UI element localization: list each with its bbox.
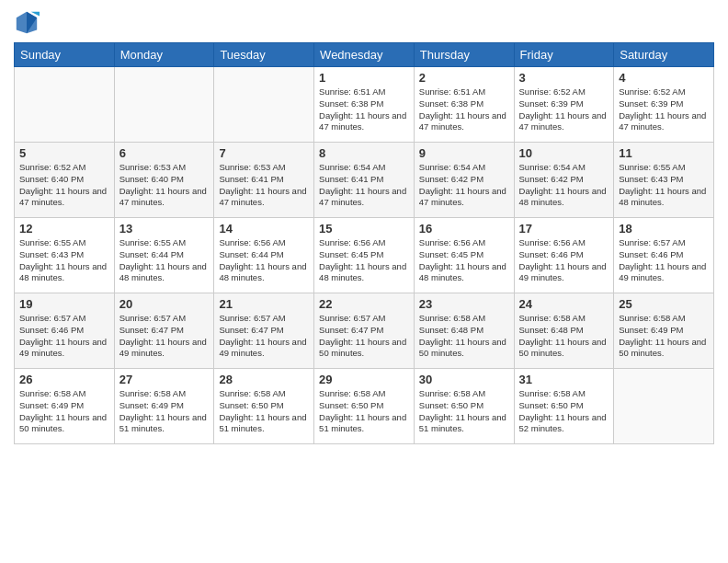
day-number: 15	[319, 222, 409, 236]
calendar-cell: 2Sunrise: 6:51 AM Sunset: 6:38 PM Daylig…	[414, 67, 514, 143]
day-number: 9	[419, 146, 509, 160]
calendar-cell: 29Sunrise: 6:58 AM Sunset: 6:50 PM Dayli…	[314, 369, 415, 444]
day-number: 6	[119, 146, 210, 160]
day-number: 30	[419, 373, 509, 386]
calendar-cell: 27Sunrise: 6:58 AM Sunset: 6:49 PM Dayli…	[114, 369, 214, 444]
calendar-cell	[114, 67, 214, 143]
day-info: Sunrise: 6:56 AM Sunset: 6:44 PM Dayligh…	[219, 237, 309, 284]
day-info: Sunrise: 6:58 AM Sunset: 6:50 PM Dayligh…	[319, 388, 409, 435]
day-info: Sunrise: 6:56 AM Sunset: 6:45 PM Dayligh…	[419, 237, 509, 284]
calendar-cell: 5Sunrise: 6:52 AM Sunset: 6:40 PM Daylig…	[15, 143, 115, 218]
calendar-week-row: 26Sunrise: 6:58 AM Sunset: 6:49 PM Dayli…	[15, 369, 714, 444]
day-info: Sunrise: 6:52 AM Sunset: 6:39 PM Dayligh…	[519, 86, 609, 133]
day-number: 10	[519, 146, 609, 160]
calendar-cell: 4Sunrise: 6:52 AM Sunset: 6:39 PM Daylig…	[614, 67, 714, 143]
day-number: 26	[19, 373, 109, 386]
day-info: Sunrise: 6:54 AM Sunset: 6:42 PM Dayligh…	[519, 162, 609, 209]
day-info: Sunrise: 6:55 AM Sunset: 6:43 PM Dayligh…	[619, 162, 709, 209]
calendar-cell: 8Sunrise: 6:54 AM Sunset: 6:41 PM Daylig…	[314, 143, 415, 218]
calendar-cell	[614, 369, 714, 444]
day-info: Sunrise: 6:58 AM Sunset: 6:49 PM Dayligh…	[19, 388, 109, 435]
day-number: 28	[219, 373, 309, 386]
day-info: Sunrise: 6:56 AM Sunset: 6:45 PM Dayligh…	[319, 237, 409, 284]
day-info: Sunrise: 6:51 AM Sunset: 6:38 PM Dayligh…	[319, 86, 409, 133]
calendar-header-row: SundayMondayTuesdayWednesdayThursdayFrid…	[15, 43, 714, 67]
calendar-cell	[15, 67, 115, 143]
calendar-cell: 23Sunrise: 6:58 AM Sunset: 6:48 PM Dayli…	[414, 293, 514, 369]
calendar-cell: 22Sunrise: 6:57 AM Sunset: 6:47 PM Dayli…	[314, 293, 415, 369]
calendar-cell	[214, 67, 314, 143]
day-number: 5	[19, 146, 109, 160]
calendar-week-row: 5Sunrise: 6:52 AM Sunset: 6:40 PM Daylig…	[15, 143, 714, 218]
calendar-cell: 1Sunrise: 6:51 AM Sunset: 6:38 PM Daylig…	[314, 67, 415, 143]
calendar-cell: 10Sunrise: 6:54 AM Sunset: 6:42 PM Dayli…	[514, 143, 614, 218]
day-number: 16	[419, 222, 509, 236]
day-info: Sunrise: 6:53 AM Sunset: 6:40 PM Dayligh…	[119, 162, 210, 209]
day-info: Sunrise: 6:55 AM Sunset: 6:44 PM Dayligh…	[119, 237, 210, 284]
col-header-friday: Friday	[514, 43, 614, 67]
day-info: Sunrise: 6:58 AM Sunset: 6:49 PM Dayligh…	[119, 388, 210, 435]
calendar: SundayMondayTuesdayWednesdayThursdayFrid…	[14, 42, 714, 444]
calendar-cell: 21Sunrise: 6:57 AM Sunset: 6:47 PM Dayli…	[214, 293, 314, 369]
day-info: Sunrise: 6:57 AM Sunset: 6:46 PM Dayligh…	[619, 237, 709, 284]
calendar-cell: 13Sunrise: 6:55 AM Sunset: 6:44 PM Dayli…	[114, 218, 214, 293]
day-info: Sunrise: 6:58 AM Sunset: 6:50 PM Dayligh…	[519, 388, 609, 435]
calendar-cell: 14Sunrise: 6:56 AM Sunset: 6:44 PM Dayli…	[214, 218, 314, 293]
day-info: Sunrise: 6:58 AM Sunset: 6:50 PM Dayligh…	[419, 388, 509, 435]
col-header-wednesday: Wednesday	[314, 43, 415, 67]
col-header-tuesday: Tuesday	[214, 43, 314, 67]
calendar-cell: 12Sunrise: 6:55 AM Sunset: 6:43 PM Dayli…	[15, 218, 115, 293]
day-number: 24	[519, 297, 609, 311]
calendar-week-row: 19Sunrise: 6:57 AM Sunset: 6:46 PM Dayli…	[15, 293, 714, 369]
day-number: 11	[619, 146, 709, 160]
calendar-cell: 15Sunrise: 6:56 AM Sunset: 6:45 PM Dayli…	[314, 218, 415, 293]
header	[14, 9, 714, 35]
logo-icon	[14, 9, 40, 35]
calendar-cell: 31Sunrise: 6:58 AM Sunset: 6:50 PM Dayli…	[514, 369, 614, 444]
day-number: 8	[319, 146, 409, 160]
col-header-sunday: Sunday	[15, 43, 115, 67]
day-number: 7	[219, 146, 309, 160]
day-info: Sunrise: 6:53 AM Sunset: 6:41 PM Dayligh…	[219, 162, 309, 209]
day-info: Sunrise: 6:57 AM Sunset: 6:47 PM Dayligh…	[219, 313, 309, 360]
calendar-cell: 18Sunrise: 6:57 AM Sunset: 6:46 PM Dayli…	[614, 218, 714, 293]
day-number: 18	[619, 222, 709, 236]
col-header-monday: Monday	[114, 43, 214, 67]
day-number: 21	[219, 297, 309, 311]
day-number: 19	[19, 297, 109, 311]
day-number: 17	[519, 222, 609, 236]
day-number: 20	[119, 297, 210, 311]
calendar-cell: 19Sunrise: 6:57 AM Sunset: 6:46 PM Dayli…	[15, 293, 115, 369]
calendar-cell: 30Sunrise: 6:58 AM Sunset: 6:50 PM Dayli…	[414, 369, 514, 444]
calendar-cell: 6Sunrise: 6:53 AM Sunset: 6:40 PM Daylig…	[114, 143, 214, 218]
calendar-week-row: 12Sunrise: 6:55 AM Sunset: 6:43 PM Dayli…	[15, 218, 714, 293]
day-info: Sunrise: 6:54 AM Sunset: 6:42 PM Dayligh…	[419, 162, 509, 209]
day-number: 22	[319, 297, 409, 311]
calendar-cell: 16Sunrise: 6:56 AM Sunset: 6:45 PM Dayli…	[414, 218, 514, 293]
day-info: Sunrise: 6:57 AM Sunset: 6:47 PM Dayligh…	[319, 313, 409, 360]
calendar-cell: 11Sunrise: 6:55 AM Sunset: 6:43 PM Dayli…	[614, 143, 714, 218]
calendar-cell: 25Sunrise: 6:58 AM Sunset: 6:49 PM Dayli…	[614, 293, 714, 369]
day-number: 14	[219, 222, 309, 236]
col-header-thursday: Thursday	[414, 43, 514, 67]
day-info: Sunrise: 6:55 AM Sunset: 6:43 PM Dayligh…	[19, 237, 109, 284]
day-info: Sunrise: 6:52 AM Sunset: 6:40 PM Dayligh…	[19, 162, 109, 209]
day-number: 1	[319, 71, 409, 85]
day-info: Sunrise: 6:54 AM Sunset: 6:41 PM Dayligh…	[319, 162, 409, 209]
day-info: Sunrise: 6:52 AM Sunset: 6:39 PM Dayligh…	[619, 86, 709, 133]
day-info: Sunrise: 6:51 AM Sunset: 6:38 PM Dayligh…	[419, 86, 509, 133]
day-number: 13	[119, 222, 210, 236]
calendar-cell: 26Sunrise: 6:58 AM Sunset: 6:49 PM Dayli…	[15, 369, 115, 444]
logo	[14, 9, 43, 35]
day-number: 4	[619, 71, 709, 85]
calendar-cell: 28Sunrise: 6:58 AM Sunset: 6:50 PM Dayli…	[214, 369, 314, 444]
day-number: 23	[419, 297, 509, 311]
day-info: Sunrise: 6:58 AM Sunset: 6:50 PM Dayligh…	[219, 388, 309, 435]
calendar-cell: 7Sunrise: 6:53 AM Sunset: 6:41 PM Daylig…	[214, 143, 314, 218]
day-info: Sunrise: 6:56 AM Sunset: 6:46 PM Dayligh…	[519, 237, 609, 284]
col-header-saturday: Saturday	[614, 43, 714, 67]
calendar-week-row: 1Sunrise: 6:51 AM Sunset: 6:38 PM Daylig…	[15, 67, 714, 143]
day-info: Sunrise: 6:58 AM Sunset: 6:48 PM Dayligh…	[519, 313, 609, 360]
day-number: 2	[419, 71, 509, 85]
page: SundayMondayTuesdayWednesdayThursdayFrid…	[0, 0, 728, 563]
